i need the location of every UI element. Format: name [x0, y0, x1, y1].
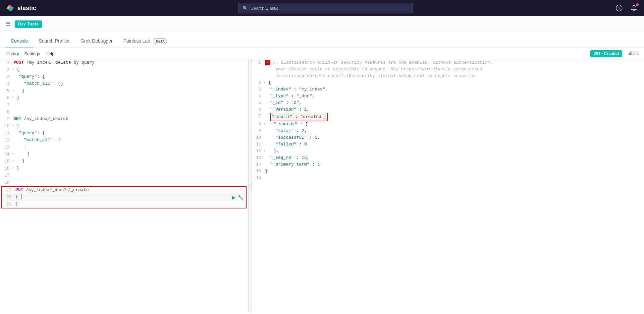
output-content-10: "successful" : 1,: [264, 134, 644, 141]
line-num-13: 13: [0, 144, 12, 151]
editor-line-19: 19 PUT /my_index/_doc/2/_create: [2, 187, 246, 194]
output-content-11: "failed" : 0: [264, 141, 644, 148]
output-line-num-16: 16: [252, 175, 264, 181]
output-line-5: 5 "_id" : "2",: [252, 100, 644, 106]
output-line-13: 13 "_seq_no" : 15,: [252, 154, 644, 161]
editor-line-21: 21 }: [2, 201, 246, 208]
tab-console-label: Console: [11, 38, 28, 44]
fold-arrow-15[interactable]: ▾: [12, 158, 15, 165]
history-button[interactable]: History: [5, 51, 19, 56]
output-line-num-8: 8: [252, 121, 264, 128]
output-content: 1 ✕ #! Elasticsearch built-in security f…: [252, 59, 644, 181]
line-num-11: 11: [0, 130, 12, 137]
svg-text:?: ?: [618, 6, 621, 11]
output-line-8: 8 ▾ "_shards" : {: [252, 121, 644, 128]
top-nav-icons: ?: [614, 3, 639, 13]
editor-line-14: 14 ▾ }: [0, 151, 248, 158]
tab-bar: Console Search Profiler Grok Debugger Pa…: [0, 32, 644, 48]
elastic-logo[interactable]: elastic: [5, 3, 36, 13]
output-fold-8[interactable]: ▾: [264, 121, 267, 128]
tab-console[interactable]: Console: [5, 34, 33, 48]
editor-line-9: 9 GET /my_index/_search: [0, 116, 248, 123]
fold-arrow-16[interactable]: ▾: [12, 165, 15, 172]
line-num-5: 5: [0, 87, 12, 95]
line-num-14: 14: [0, 151, 12, 158]
output-comment-1c: /elasticsearch/reference/7.16/security-m…: [264, 73, 644, 79]
line-num-19: 19: [2, 187, 14, 194]
output-fold-2[interactable]: ▾: [264, 79, 267, 86]
fold-arrow-6[interactable]: ▾: [12, 95, 15, 101]
output-line-num-1: 1: [252, 59, 264, 66]
tab-painless-lab[interactable]: Painless Lab BETA: [118, 34, 173, 48]
beta-badge: BETA: [154, 39, 167, 44]
output-line-4: 4 "_type" : "_doc",: [252, 93, 644, 100]
output-content-9: "total" : 2,: [264, 128, 644, 134]
wrench-button[interactable]: 🔧: [237, 194, 243, 200]
left-editor-panel[interactable]: 1 POST /my_index/_delete_by_query 2 ▾ { …: [0, 59, 248, 312]
editor-line-3: 3 "query": {: [0, 73, 248, 80]
tab-grok-debugger[interactable]: Grok Debugger: [75, 34, 118, 48]
line-content-3: "query": {: [12, 73, 248, 80]
line-content-19: PUT /my_index/_doc/2/_create: [14, 187, 246, 193]
settings-button[interactable]: Settings: [24, 51, 40, 56]
global-search-bar[interactable]: 🔍 Search Elastic: [238, 3, 413, 13]
output-comment-1: #! Elasticsearch built-in security featu…: [272, 59, 644, 66]
line-content-21: }: [14, 201, 246, 207]
line-content-20: {: [14, 194, 246, 200]
output-line-num-15: 15: [252, 168, 264, 175]
line-content-14: }: [15, 151, 248, 158]
fold-arrow-5[interactable]: ▾: [12, 87, 15, 94]
output-line-1-content: ✕ #! Elasticsearch built-in security fea…: [264, 59, 644, 66]
line-content-2: {: [15, 66, 248, 73]
output-line-num-14: 14: [252, 161, 264, 168]
elastic-wordmark: elastic: [17, 5, 36, 12]
dev-tools-breadcrumb[interactable]: Dev Tools: [15, 20, 42, 28]
notification-icon-button[interactable]: [629, 3, 639, 13]
output-line-num-13: 13: [252, 154, 264, 161]
hamburger-menu-button[interactable]: ☰: [5, 20, 11, 28]
output-line-6: 6 "_version" : 1,: [252, 106, 644, 113]
search-icon: 🔍: [243, 6, 248, 11]
line-content-8: [12, 109, 248, 115]
resize-handle[interactable]: ⋮: [248, 59, 252, 312]
line-num-10: 10: [0, 123, 12, 130]
breadcrumb-bar: ☰ Dev Tools: [0, 16, 644, 32]
fold-arrow-10[interactable]: ▾: [12, 123, 15, 129]
search-bar-container: 🔍 Search Elastic: [40, 3, 610, 13]
output-content-4: "_type" : "_doc",: [264, 93, 644, 100]
top-navigation: elastic 🔍 Search Elastic ?: [0, 0, 644, 16]
sub-toolbar: History Settings Help 201 - Created 50 m…: [0, 48, 644, 59]
editor-line-2: 2 ▾ {: [0, 66, 248, 73]
line-content-13: |: [12, 144, 248, 150]
line-content-7: [12, 102, 248, 108]
output-line-15: 15 }: [252, 168, 644, 175]
editor-line-17: 17: [0, 172, 248, 179]
editor-line-15: 15 ▾ }: [0, 158, 248, 165]
line-content-6: }: [15, 95, 248, 101]
output-line-num-7: 7: [252, 113, 264, 120]
help-icon-button[interactable]: ?: [614, 3, 624, 13]
run-button[interactable]: ▶: [232, 194, 235, 201]
line-num-18: 18: [0, 179, 12, 186]
line-num-9: 9: [0, 116, 12, 123]
output-content-12: },: [267, 148, 644, 154]
output-content-13: "_seq_no" : 15,: [264, 154, 644, 161]
output-line-num-12: 12: [252, 148, 264, 154]
editor-line-1: 1 POST /my_index/_delete_by_query: [0, 59, 248, 66]
highlighted-result: "result" : "created",: [270, 113, 328, 121]
fold-arrow-14[interactable]: ▾: [12, 151, 15, 158]
output-comment-1b: your cluster could be accessible to anyo…: [264, 66, 644, 73]
output-fold-12[interactable]: ▾: [264, 148, 267, 154]
line-content-10: {: [15, 123, 248, 129]
help-button[interactable]: Help: [45, 51, 54, 56]
output-line-14: 14 "_primary_term" : 1: [252, 161, 644, 168]
fold-arrow-2[interactable]: ▾: [12, 66, 15, 73]
editor-line-4: 4 "match_all": {}: [0, 80, 248, 87]
tab-painless-lab-label: Painless Lab: [123, 38, 150, 44]
output-line-1b: your cluster could be accessible to anyo…: [252, 66, 644, 73]
tab-search-profiler[interactable]: Search Profiler: [33, 34, 75, 48]
warning-icon: ✕: [265, 60, 270, 65]
status-code-badge: 201 - Created: [590, 50, 622, 57]
output-content-7: "result" : "created",: [264, 113, 644, 121]
line-num-12: 12: [0, 137, 12, 144]
